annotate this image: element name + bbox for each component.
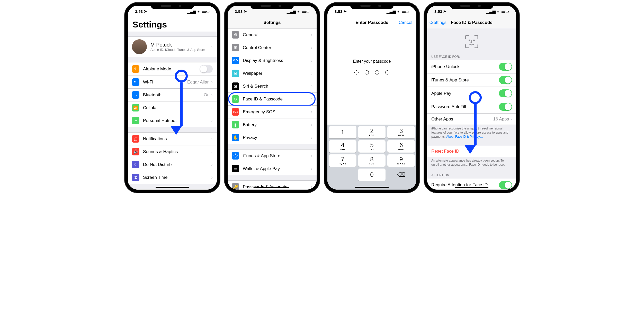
chevron-icon: ›	[211, 136, 213, 142]
cancel-button[interactable]: Cancel	[399, 20, 412, 25]
navbar-title: Face ID & Passcode	[451, 20, 493, 25]
controlcenter-cell[interactable]: ⊞Control Center›	[228, 41, 317, 54]
svg-point-1	[474, 40, 475, 41]
airplane-toggle[interactable]	[200, 65, 213, 73]
wifi-icon: ᯤ	[397, 9, 401, 14]
chevron-icon: ›	[211, 162, 213, 167]
key-4[interactable]: 4GHI	[329, 140, 356, 153]
itunes-cell[interactable]: ⒶiTunes & App Store›	[228, 149, 317, 162]
apple-id-cell[interactable]: M PotuckApple ID, iCloud, iTunes & App S…	[128, 36, 217, 57]
chevron-icon: ›	[311, 135, 312, 140]
chevron-icon: ›	[311, 96, 312, 102]
cellular-icon: 📶	[132, 104, 139, 111]
faceid-icon: ☺	[232, 95, 239, 103]
navbar-title: Settings	[263, 20, 281, 25]
notch	[350, 3, 394, 9]
wallpaper-cell[interactable]: ❀Wallpaper›	[228, 67, 317, 80]
key-5[interactable]: 5JKL	[358, 140, 386, 153]
bluetooth-cell[interactable]: ⌵BluetoothOn›	[128, 89, 217, 101]
sounds-cell[interactable]: 🔊Sounds & Haptics›	[128, 145, 217, 158]
key-0[interactable]: 0	[358, 169, 386, 181]
key-7[interactable]: 7PQRS	[329, 154, 356, 167]
reset-faceid-cell[interactable]: Reset Face ID	[427, 146, 516, 157]
key-3[interactable]: 3DEF	[387, 126, 415, 138]
applepay-toggle[interactable]	[499, 89, 512, 97]
battery-cell[interactable]: ▮Battery›	[228, 118, 317, 131]
chevron-icon: ›	[211, 105, 213, 110]
home-indicator[interactable]	[455, 187, 488, 188]
chevron-icon: ›	[211, 118, 213, 123]
chevron-icon: ›	[211, 175, 213, 180]
wallet-icon: ▭	[232, 165, 239, 172]
key-1[interactable]: 1	[329, 126, 356, 138]
keypad: 1 2ABC 3DEF 4GHI 5JKL 6MNO 7PQRS 8TUV 9W…	[327, 125, 416, 190]
otherapps-cell[interactable]: Other Apps16 Apps›	[427, 114, 516, 125]
chevron-icon: ›	[211, 92, 213, 98]
faceid-cell[interactable]: ☺Face ID & Passcode›	[228, 93, 317, 106]
chevron-icon: ›	[311, 83, 312, 89]
display-cell[interactable]: AADisplay & Brightness›	[228, 54, 317, 67]
sos-icon: SOS	[232, 108, 239, 116]
battery-icon: ▮	[232, 121, 239, 128]
phone-3: 3:53➤ ▁▃▅ᯤ▬▭ Enter Passcode Cancel Enter…	[324, 3, 419, 193]
applepay-cell[interactable]: Apple Pay	[427, 87, 516, 100]
home-indicator[interactable]	[355, 187, 389, 188]
key-6[interactable]: 6MNO	[387, 140, 415, 153]
moon-icon: ☾	[132, 161, 139, 168]
faceid-large-icon	[464, 34, 479, 49]
signal-icon: ▁▃▅	[187, 9, 196, 14]
siri-icon: ◉	[232, 82, 239, 90]
key-delete[interactable]: ⌫	[387, 169, 415, 181]
signal-icon: ▁▃▅	[387, 9, 396, 14]
navbar: Enter Passcode Cancel	[327, 17, 416, 28]
screentime-cell[interactable]: ⧗Screen Time›	[128, 171, 217, 184]
chevron-icon: ›	[311, 166, 312, 171]
attention-toggle[interactable]	[499, 181, 512, 189]
profile-name: M Potuck	[150, 42, 211, 48]
location-icon: ➤	[244, 9, 247, 14]
itunes-toggle[interactable]	[499, 76, 512, 84]
notifications-cell[interactable]: ▢Notifications›	[128, 132, 217, 145]
airplane-mode-cell[interactable]: ✈Airplane Mode	[128, 62, 217, 76]
chevron-icon: ›	[311, 71, 312, 76]
wallet-cell[interactable]: ▭Wallet & Apple Pay›	[228, 162, 317, 175]
siri-cell[interactable]: ◉Siri & Search›	[228, 80, 317, 93]
sos-cell[interactable]: SOSEmergency SOS›	[228, 106, 317, 118]
about-faceid-link[interactable]: About Face ID & Privacy…	[446, 135, 483, 138]
notch	[450, 3, 494, 9]
key-9[interactable]: 9WXYZ	[387, 154, 415, 167]
back-button[interactable]: ‹ Settings	[429, 20, 446, 25]
wallpaper-icon: ❀	[232, 70, 239, 77]
general-cell[interactable]: ⚙General›	[128, 189, 217, 190]
wifi-cell[interactable]: ᯤWi-FiEdgar Allan›	[128, 76, 217, 89]
iphone-unlock-cell[interactable]: iPhone Unlock	[427, 60, 516, 73]
battery-icon: ▬▭	[302, 9, 309, 14]
iphone-unlock-toggle[interactable]	[499, 63, 512, 71]
autofill-toggle[interactable]	[499, 103, 512, 111]
signal-icon: ▁▃▅	[287, 9, 296, 14]
key-2[interactable]: 2ABC	[358, 126, 386, 138]
privacy-icon: ✋	[232, 134, 239, 141]
section-footer: iPhone can recognize the unique, three-d…	[427, 125, 516, 141]
hotspot-cell[interactable]: ⚭Personal Hotspot›	[128, 114, 217, 127]
autofill-cell[interactable]: Password AutoFill	[427, 100, 516, 114]
hotspot-icon: ⚭	[132, 117, 139, 124]
privacy-cell[interactable]: ✋Privacy›	[228, 131, 317, 144]
location-icon: ➤	[443, 9, 446, 14]
itunes-appstore-cell[interactable]: iTunes & App Store	[427, 73, 516, 87]
dnd-cell[interactable]: ☾Do Not Disturb›	[128, 158, 217, 171]
home-indicator[interactable]	[255, 187, 289, 188]
airplane-icon: ✈	[132, 65, 139, 73]
battery-icon: ▬▭	[202, 9, 210, 14]
section-header: ATTENTION	[427, 172, 516, 179]
chevron-icon: ›	[311, 45, 312, 50]
key-blank	[329, 169, 356, 181]
home-indicator[interactable]	[156, 187, 189, 188]
passwords-cell[interactable]: 🔑Passwords & Accounts›	[228, 180, 317, 190]
status-time: 3:53	[135, 9, 143, 14]
cellular-cell[interactable]: 📶Cellular›	[128, 101, 217, 114]
general-cell[interactable]: ⚙General›	[228, 28, 317, 41]
chevron-icon: ›	[211, 79, 213, 85]
navbar: ‹ Settings Face ID & Passcode	[427, 17, 516, 28]
key-8[interactable]: 8TUV	[358, 154, 386, 167]
